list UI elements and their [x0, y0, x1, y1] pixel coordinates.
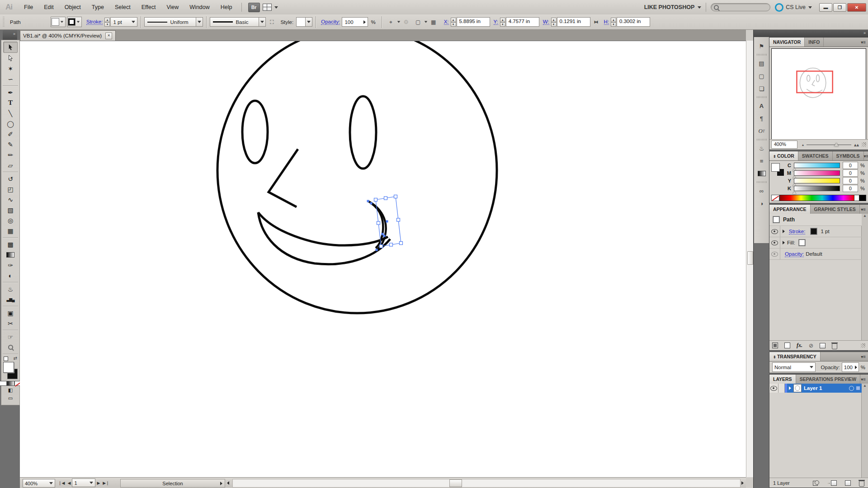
tab-appearance[interactable]: APPEARANCE [769, 205, 811, 214]
document-tab[interactable]: VB1.ai* @ 400% (CMYK/Preview) ✕ [20, 30, 116, 41]
layer-target-icon[interactable] [849, 386, 854, 391]
workspace-dropdown-icon[interactable] [698, 6, 701, 9]
duplicate-item-icon[interactable] [820, 343, 826, 348]
stroke-color-dropdown[interactable] [67, 17, 82, 27]
new-art-basic-icon[interactable] [772, 343, 778, 348]
fill-row[interactable]: Fill: [769, 237, 862, 249]
opentype-panel-icon[interactable]: OT [756, 126, 767, 136]
lasso-tool[interactable]: ∽ [4, 74, 17, 84]
white-swatch[interactable] [854, 195, 859, 201]
gradient-tool[interactable] [4, 249, 17, 260]
menu-help[interactable]: Help [215, 0, 238, 14]
zoom-in-icon[interactable]: ▴▴ [854, 142, 859, 148]
hscroll-left-icon[interactable] [227, 481, 229, 485]
close-button[interactable]: ✕ [847, 3, 866, 12]
character-panel-icon[interactable]: A [756, 100, 767, 111]
opacity-link[interactable]: Opacity: [785, 251, 804, 257]
channel-value[interactable]: 0 [843, 169, 858, 177]
slider-thumb[interactable] [793, 191, 796, 194]
canvas-area[interactable] [20, 41, 746, 477]
menu-effect[interactable]: Effect [136, 0, 161, 14]
dock-collapse-button[interactable]: » [754, 30, 868, 37]
stroke-weight-stepper[interactable]: ▲▼ [104, 18, 110, 26]
menu-select[interactable]: Select [109, 0, 136, 14]
select-similar-icon[interactable]: ⌖ [386, 18, 396, 26]
tools-collapse-button[interactable]: » [3, 30, 17, 40]
previous-artboard-icon[interactable]: ◀ [67, 481, 71, 485]
menu-object[interactable]: Object [59, 0, 86, 14]
x-field[interactable]: 5.8895 in [457, 17, 490, 27]
stroke-link[interactable]: Stroke: [789, 229, 805, 235]
last-artboard-icon[interactable]: ▶❘ [103, 481, 109, 485]
hand-tool[interactable]: ☞ [4, 332, 17, 342]
h-label[interactable]: H: [604, 19, 609, 25]
slice-tool[interactable]: ✂ [4, 318, 17, 328]
arrange-documents-icon[interactable] [263, 4, 272, 11]
tab-separations-preview[interactable]: SEPARATIONS PREVIEW [796, 375, 861, 384]
horizontal-scrollbar-thumb[interactable] [449, 479, 462, 487]
new-layer-icon[interactable] [845, 480, 851, 486]
menu-edit[interactable]: Edit [38, 0, 59, 14]
tab-color[interactable]: ⇕ COLOR [769, 151, 798, 160]
scale-tool[interactable]: ◰ [4, 184, 17, 194]
controlbar-grip[interactable] [3, 17, 5, 28]
brush-combo[interactable]: Basic [210, 17, 266, 27]
menu-file[interactable]: File [19, 0, 38, 14]
selection-tool[interactable] [3, 42, 18, 53]
none-swatch[interactable] [771, 195, 779, 201]
align-options-icon[interactable]: ▦ [429, 18, 439, 26]
visibility-cell[interactable] [769, 249, 780, 259]
layer-expand-icon[interactable] [789, 386, 791, 390]
status-menu-icon[interactable] [220, 482, 222, 485]
isolate-object-icon[interactable]: ▢ [413, 18, 423, 26]
workspace-switcher[interactable]: LIKE PHOTOSHOP [644, 4, 695, 10]
panel-menu-icon[interactable]: ▾≡ [864, 151, 868, 160]
tab-info[interactable]: INFO [805, 38, 824, 47]
width-tool[interactable]: ∿ [4, 194, 17, 205]
panel-menu-icon[interactable]: ▾≡ [861, 38, 868, 47]
yellow-slider[interactable] [794, 178, 840, 183]
appearance-item-row[interactable]: Path [769, 214, 862, 226]
swap-fill-stroke-icon[interactable]: ⇄ [14, 356, 17, 361]
symbols-panel-icon[interactable]: ♨ [756, 143, 767, 154]
x-stepper[interactable]: ▲▼ [451, 18, 456, 26]
delete-item-icon[interactable] [832, 343, 837, 349]
ellipse-tool[interactable]: ◯ [4, 118, 17, 129]
add-effect-icon[interactable]: fx. [797, 342, 802, 349]
opacity-row[interactable]: Opacity: Default [769, 249, 862, 260]
panel-resize-grip[interactable] [862, 142, 866, 147]
rotate-tool[interactable]: ↺ [4, 174, 17, 184]
panel-menu-icon[interactable]: ▾≡ [861, 352, 868, 361]
channel-value[interactable]: 0 [843, 177, 858, 184]
blend-mode-combo[interactable]: Normal [772, 362, 816, 372]
menu-view[interactable]: View [161, 0, 184, 14]
width-profile-dropdown[interactable] [196, 18, 203, 26]
panel-menu-icon[interactable]: ▾≡ [861, 375, 868, 384]
shape-builder-tool[interactable]: ◎ [4, 215, 17, 225]
tab-navigator[interactable]: NAVIGATOR [769, 38, 805, 47]
line-segment-tool[interactable]: ╲ [4, 108, 17, 118]
visibility-cell[interactable] [769, 237, 780, 248]
paragraph-panel-icon[interactable]: ¶ [756, 113, 767, 124]
opacity-link[interactable]: Opacity: [321, 19, 340, 25]
layer-row[interactable]: Layer 1 [769, 384, 862, 393]
minimize-button[interactable]: ▬ [819, 3, 832, 12]
magenta-slider[interactable] [794, 170, 840, 176]
pen-tool[interactable]: ✒ [4, 87, 17, 98]
channel-value[interactable]: 0 [843, 185, 858, 192]
spectrum-ramp[interactable] [779, 195, 854, 201]
constrain-proportions-icon[interactable]: ⧓ [591, 18, 601, 26]
blob-brush-tool[interactable]: ✏ [4, 150, 17, 160]
cyan-slider[interactable] [794, 163, 840, 168]
layers-scrollbar[interactable]: ▲ [861, 384, 868, 478]
menu-type[interactable]: Type [86, 0, 109, 14]
layer-visibility-cell[interactable] [769, 384, 778, 393]
delete-layer-icon[interactable] [859, 481, 864, 487]
eyedropper-tool[interactable]: ✑ [4, 260, 17, 270]
h-stepper[interactable]: ▲▼ [611, 18, 616, 26]
layer-lock-cell[interactable] [778, 384, 785, 393]
first-artboard-icon[interactable]: ❘◀ [58, 481, 65, 485]
navigator-zoom-field[interactable]: 400% [771, 141, 797, 149]
free-transform-tool[interactable]: ▧ [4, 205, 17, 215]
next-artboard-icon[interactable]: ▶ [97, 481, 100, 485]
